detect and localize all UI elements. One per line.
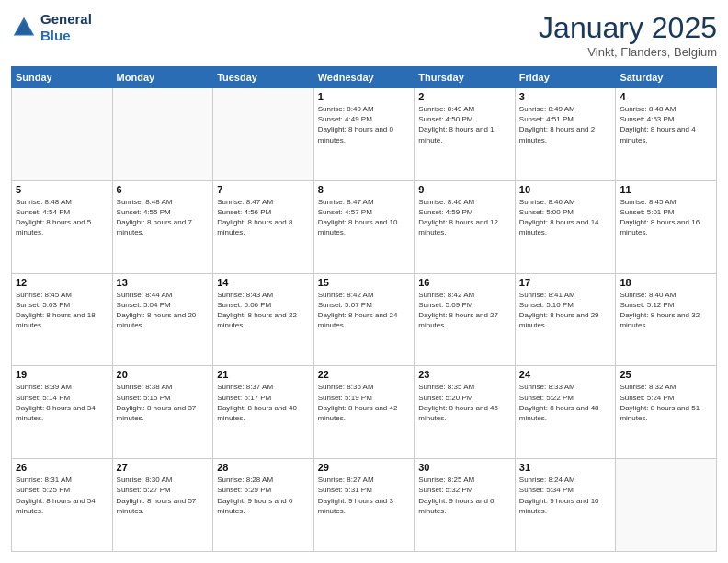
calendar-cell: 12Sunrise: 8:45 AMSunset: 5:03 PMDayligh… bbox=[12, 273, 113, 366]
calendar-cell: 4Sunrise: 8:48 AMSunset: 4:53 PMDaylight… bbox=[616, 88, 717, 181]
day-of-week-header: Friday bbox=[515, 67, 616, 88]
day-number: 27 bbox=[117, 462, 210, 473]
day-info: Sunrise: 8:49 AMSunset: 4:51 PMDaylight:… bbox=[519, 104, 612, 145]
calendar-week-row: 26Sunrise: 8:31 AMSunset: 5:25 PMDayligh… bbox=[12, 459, 717, 552]
header: General Blue January 2025 Vinkt, Flander… bbox=[11, 11, 717, 59]
calendar-week-row: 5Sunrise: 8:48 AMSunset: 4:54 PMDaylight… bbox=[12, 180, 717, 273]
calendar-cell: 8Sunrise: 8:47 AMSunset: 4:57 PMDaylight… bbox=[313, 180, 415, 273]
day-info: Sunrise: 8:30 AMSunset: 5:27 PMDaylight:… bbox=[117, 475, 210, 516]
day-info: Sunrise: 8:36 AMSunset: 5:19 PMDaylight:… bbox=[318, 382, 411, 423]
day-info: Sunrise: 8:38 AMSunset: 5:15 PMDaylight:… bbox=[117, 382, 210, 423]
calendar-cell: 2Sunrise: 8:49 AMSunset: 4:50 PMDaylight… bbox=[415, 88, 516, 181]
logo-text: General Blue bbox=[40, 11, 92, 44]
day-info: Sunrise: 8:46 AMSunset: 5:00 PMDaylight:… bbox=[519, 197, 612, 238]
calendar-cell: 7Sunrise: 8:47 AMSunset: 4:56 PMDaylight… bbox=[213, 180, 314, 273]
day-info: Sunrise: 8:32 AMSunset: 5:24 PMDaylight:… bbox=[620, 382, 712, 423]
calendar-cell: 31Sunrise: 8:24 AMSunset: 5:34 PMDayligh… bbox=[515, 459, 616, 552]
day-number: 12 bbox=[16, 277, 108, 288]
day-number: 6 bbox=[117, 184, 210, 195]
day-number: 24 bbox=[519, 369, 612, 380]
calendar-cell: 28Sunrise: 8:28 AMSunset: 5:29 PMDayligh… bbox=[213, 459, 314, 552]
day-number: 4 bbox=[620, 91, 712, 102]
day-number: 10 bbox=[519, 184, 612, 195]
calendar-cell: 17Sunrise: 8:41 AMSunset: 5:10 PMDayligh… bbox=[515, 273, 616, 366]
day-number: 18 bbox=[620, 277, 712, 288]
day-info: Sunrise: 8:37 AMSunset: 5:17 PMDaylight:… bbox=[217, 382, 310, 423]
day-info: Sunrise: 8:47 AMSunset: 4:57 PMDaylight:… bbox=[318, 197, 411, 238]
day-number: 30 bbox=[418, 462, 511, 473]
day-number: 5 bbox=[16, 184, 108, 195]
day-info: Sunrise: 8:47 AMSunset: 4:56 PMDaylight:… bbox=[217, 197, 310, 238]
page: General Blue January 2025 Vinkt, Flander… bbox=[0, 0, 728, 563]
day-info: Sunrise: 8:31 AMSunset: 5:25 PMDaylight:… bbox=[16, 475, 108, 516]
calendar-cell bbox=[616, 459, 717, 552]
calendar-cell: 27Sunrise: 8:30 AMSunset: 5:27 PMDayligh… bbox=[112, 459, 213, 552]
day-number: 20 bbox=[117, 369, 210, 380]
day-number: 1 bbox=[318, 91, 411, 102]
day-number: 3 bbox=[519, 91, 612, 102]
calendar-cell: 11Sunrise: 8:45 AMSunset: 5:01 PMDayligh… bbox=[616, 180, 717, 273]
day-number: 28 bbox=[217, 462, 310, 473]
calendar-cell: 13Sunrise: 8:44 AMSunset: 5:04 PMDayligh… bbox=[112, 273, 213, 366]
day-number: 15 bbox=[318, 277, 411, 288]
day-info: Sunrise: 8:33 AMSunset: 5:22 PMDaylight:… bbox=[519, 382, 612, 423]
calendar-cell bbox=[213, 88, 314, 181]
day-info: Sunrise: 8:46 AMSunset: 4:59 PMDaylight:… bbox=[418, 197, 511, 238]
calendar-cell: 29Sunrise: 8:27 AMSunset: 5:31 PMDayligh… bbox=[313, 459, 415, 552]
day-number: 25 bbox=[620, 369, 712, 380]
calendar-cell: 23Sunrise: 8:35 AMSunset: 5:20 PMDayligh… bbox=[415, 366, 516, 459]
month-title: January 2025 bbox=[539, 11, 717, 45]
calendar-week-row: 12Sunrise: 8:45 AMSunset: 5:03 PMDayligh… bbox=[12, 273, 717, 366]
day-number: 16 bbox=[418, 277, 511, 288]
calendar-cell: 16Sunrise: 8:42 AMSunset: 5:09 PMDayligh… bbox=[415, 273, 516, 366]
day-info: Sunrise: 8:49 AMSunset: 4:49 PMDaylight:… bbox=[318, 104, 411, 145]
day-number: 21 bbox=[217, 369, 310, 380]
day-info: Sunrise: 8:48 AMSunset: 4:55 PMDaylight:… bbox=[117, 197, 210, 238]
calendar-cell: 19Sunrise: 8:39 AMSunset: 5:14 PMDayligh… bbox=[12, 366, 113, 459]
calendar-cell bbox=[112, 88, 213, 181]
day-info: Sunrise: 8:43 AMSunset: 5:06 PMDaylight:… bbox=[217, 290, 310, 331]
day-info: Sunrise: 8:25 AMSunset: 5:32 PMDaylight:… bbox=[418, 475, 511, 516]
calendar-cell: 6Sunrise: 8:48 AMSunset: 4:55 PMDaylight… bbox=[112, 180, 213, 273]
day-info: Sunrise: 8:24 AMSunset: 5:34 PMDaylight:… bbox=[519, 475, 612, 516]
day-info: Sunrise: 8:40 AMSunset: 5:12 PMDaylight:… bbox=[620, 290, 712, 331]
day-info: Sunrise: 8:35 AMSunset: 5:20 PMDaylight:… bbox=[418, 382, 511, 423]
day-number: 8 bbox=[318, 184, 411, 195]
calendar-cell: 22Sunrise: 8:36 AMSunset: 5:19 PMDayligh… bbox=[313, 366, 415, 459]
day-number: 23 bbox=[418, 369, 511, 380]
calendar-cell: 5Sunrise: 8:48 AMSunset: 4:54 PMDaylight… bbox=[12, 180, 113, 273]
day-number: 13 bbox=[117, 277, 210, 288]
calendar-cell: 24Sunrise: 8:33 AMSunset: 5:22 PMDayligh… bbox=[515, 366, 616, 459]
location: Vinkt, Flanders, Belgium bbox=[539, 45, 717, 59]
day-info: Sunrise: 8:39 AMSunset: 5:14 PMDaylight:… bbox=[16, 382, 108, 423]
day-of-week-header: Sunday bbox=[12, 67, 113, 88]
day-number: 7 bbox=[217, 184, 310, 195]
day-info: Sunrise: 8:27 AMSunset: 5:31 PMDaylight:… bbox=[318, 475, 411, 516]
calendar-cell: 10Sunrise: 8:46 AMSunset: 5:00 PMDayligh… bbox=[515, 180, 616, 273]
calendar-week-row: 19Sunrise: 8:39 AMSunset: 5:14 PMDayligh… bbox=[12, 366, 717, 459]
day-number: 17 bbox=[519, 277, 612, 288]
calendar-cell: 1Sunrise: 8:49 AMSunset: 4:49 PMDaylight… bbox=[313, 88, 415, 181]
logo-icon bbox=[11, 15, 37, 40]
day-info: Sunrise: 8:48 AMSunset: 4:54 PMDaylight:… bbox=[16, 197, 108, 238]
day-info: Sunrise: 8:42 AMSunset: 5:09 PMDaylight:… bbox=[418, 290, 511, 331]
calendar-cell: 14Sunrise: 8:43 AMSunset: 5:06 PMDayligh… bbox=[213, 273, 314, 366]
day-info: Sunrise: 8:44 AMSunset: 5:04 PMDaylight:… bbox=[117, 290, 210, 331]
calendar-cell: 30Sunrise: 8:25 AMSunset: 5:32 PMDayligh… bbox=[415, 459, 516, 552]
day-of-week-header: Monday bbox=[112, 67, 213, 88]
day-number: 31 bbox=[519, 462, 612, 473]
calendar-week-row: 1Sunrise: 8:49 AMSunset: 4:49 PMDaylight… bbox=[12, 88, 717, 181]
day-info: Sunrise: 8:28 AMSunset: 5:29 PMDaylight:… bbox=[217, 475, 310, 516]
day-info: Sunrise: 8:49 AMSunset: 4:50 PMDaylight:… bbox=[418, 104, 511, 145]
calendar-cell: 26Sunrise: 8:31 AMSunset: 5:25 PMDayligh… bbox=[12, 459, 113, 552]
day-info: Sunrise: 8:42 AMSunset: 5:07 PMDaylight:… bbox=[318, 290, 411, 331]
calendar-cell: 25Sunrise: 8:32 AMSunset: 5:24 PMDayligh… bbox=[616, 366, 717, 459]
day-info: Sunrise: 8:48 AMSunset: 4:53 PMDaylight:… bbox=[620, 104, 712, 145]
calendar-cell: 15Sunrise: 8:42 AMSunset: 5:07 PMDayligh… bbox=[313, 273, 415, 366]
day-number: 14 bbox=[217, 277, 310, 288]
calendar-cell: 21Sunrise: 8:37 AMSunset: 5:17 PMDayligh… bbox=[213, 366, 314, 459]
day-of-week-header: Tuesday bbox=[213, 67, 314, 88]
logo: General Blue bbox=[11, 11, 92, 44]
calendar-cell: 18Sunrise: 8:40 AMSunset: 5:12 PMDayligh… bbox=[616, 273, 717, 366]
day-info: Sunrise: 8:45 AMSunset: 5:03 PMDaylight:… bbox=[16, 290, 108, 331]
